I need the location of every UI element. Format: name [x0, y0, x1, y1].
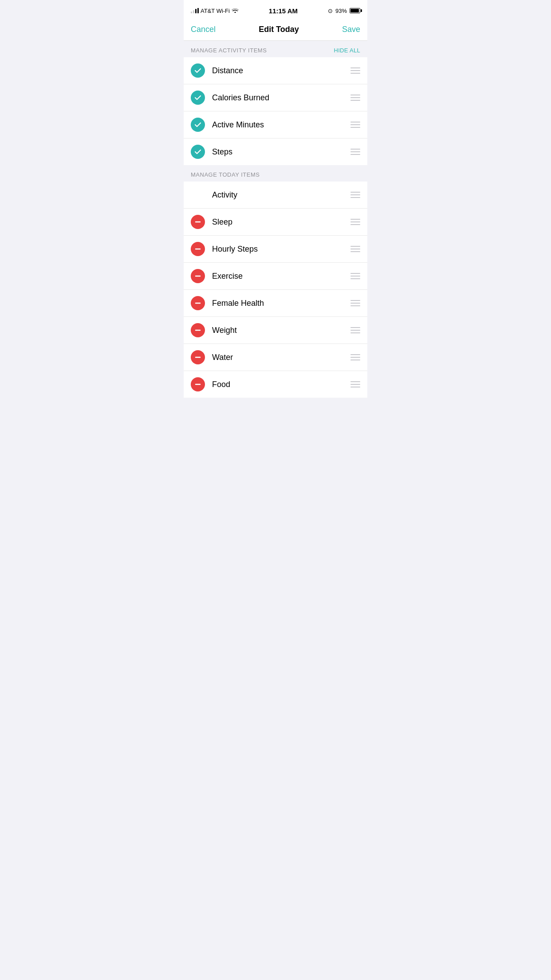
battery-percent: 93%: [335, 8, 347, 14]
drag-line: [350, 330, 360, 331]
activity-item-steps: Steps: [184, 138, 367, 165]
drag-handle-food[interactable]: [350, 381, 360, 387]
battery-fill: [350, 9, 359, 12]
drag-line: [350, 273, 360, 274]
activity-section-title: MANAGE ACTIVITY ITEMS: [191, 47, 267, 54]
drag-line: [350, 305, 360, 306]
minus-icon-water[interactable]: [191, 350, 205, 364]
status-left: AT&T Wi-Fi: [191, 7, 239, 14]
status-time: 11:15 AM: [269, 7, 298, 15]
item-label-weight: Weight: [212, 326, 350, 335]
drag-line: [350, 127, 360, 128]
hide-all-button[interactable]: HIDE ALL: [334, 47, 361, 54]
check-icon-distance[interactable]: [191, 63, 205, 78]
drag-line: [350, 67, 360, 68]
drag-line: [350, 381, 360, 382]
carrier-label: AT&T Wi-Fi: [201, 8, 230, 14]
drag-line: [350, 192, 360, 193]
item-label-exercise: Exercise: [212, 272, 350, 281]
activity-list: Distance Calories Burned Active Minutes: [184, 57, 367, 165]
drag-line: [350, 151, 360, 152]
item-label-female-health: Female Health: [212, 299, 350, 308]
minus-icon-exercise[interactable]: [191, 269, 205, 283]
drag-line: [350, 73, 360, 74]
drag-handle-today-activity[interactable]: [350, 192, 360, 198]
drag-line: [350, 303, 360, 304]
drag-line: [350, 384, 360, 385]
drag-handle-sleep[interactable]: [350, 219, 360, 225]
drag-line: [350, 387, 360, 387]
activity-item-active-minutes: Active Minutes: [184, 111, 367, 138]
drag-line: [350, 357, 360, 358]
check-icon-active-minutes[interactable]: [191, 118, 205, 132]
minus-icon-sleep[interactable]: [191, 215, 205, 229]
drag-line: [350, 100, 360, 101]
drag-handle-hourly-steps[interactable]: [350, 246, 360, 252]
minus-icon-female-health[interactable]: [191, 296, 205, 310]
today-item-hourly-steps: Hourly Steps: [184, 236, 367, 263]
today-item-weight: Weight: [184, 317, 367, 344]
screen-lock-icon: ⊙: [328, 8, 333, 14]
drag-line: [350, 221, 360, 222]
drag-line: [350, 249, 360, 249]
status-bar: AT&T Wi-Fi 11:15 AM ⊙ 93%: [184, 0, 367, 20]
drag-line: [350, 122, 360, 122]
item-label-distance: Distance: [212, 66, 350, 75]
drag-handle-calories[interactable]: [350, 95, 360, 101]
battery-icon: [350, 8, 360, 13]
drag-line: [350, 70, 360, 71]
today-item-food: Food: [184, 371, 367, 398]
item-label-hourly-steps: Hourly Steps: [212, 245, 350, 254]
item-label-calories: Calories Burned: [212, 93, 350, 103]
item-label-activity: Activity: [212, 190, 350, 200]
drag-line: [350, 300, 360, 301]
drag-line: [350, 154, 360, 155]
drag-handle-distance[interactable]: [350, 67, 360, 74]
check-icon-calories[interactable]: [191, 91, 205, 105]
drag-line: [350, 251, 360, 252]
today-section-header: MANAGE TODAY ITEMS: [184, 165, 367, 182]
drag-line: [350, 219, 360, 220]
signal-bars: [191, 8, 199, 13]
drag-handle-active-minutes[interactable]: [350, 122, 360, 128]
drag-handle-water[interactable]: [350, 354, 360, 360]
today-list: Activity Sleep Hourly Steps: [184, 182, 367, 398]
drag-handle-steps[interactable]: [350, 149, 360, 155]
today-item-activity: Activity: [184, 182, 367, 209]
drag-line: [350, 327, 360, 328]
wifi-icon: [232, 7, 239, 14]
check-icon-steps[interactable]: [191, 145, 205, 159]
drag-line: [350, 360, 360, 360]
signal-bar-1: [191, 12, 192, 13]
activity-item-distance: Distance: [184, 57, 367, 84]
save-button[interactable]: Save: [342, 25, 360, 34]
no-icon-activity: [191, 188, 205, 202]
minus-icon-weight[interactable]: [191, 323, 205, 337]
drag-line: [350, 276, 360, 277]
drag-line: [350, 278, 360, 279]
drag-handle-weight[interactable]: [350, 327, 360, 333]
signal-bar-2: [193, 10, 194, 13]
drag-line: [350, 224, 360, 225]
today-item-female-health: Female Health: [184, 290, 367, 317]
drag-handle-female-health[interactable]: [350, 300, 360, 306]
signal-bar-3: [195, 9, 197, 13]
minus-icon-hourly-steps[interactable]: [191, 242, 205, 256]
drag-line: [350, 124, 360, 125]
cancel-button[interactable]: Cancel: [191, 25, 216, 34]
activity-item-calories: Calories Burned: [184, 84, 367, 111]
drag-line: [350, 354, 360, 355]
drag-line: [350, 194, 360, 195]
nav-bar: Cancel Edit Today Save: [184, 20, 367, 41]
item-label-active-minutes: Active Minutes: [212, 120, 350, 130]
drag-line: [350, 197, 360, 198]
item-label-food: Food: [212, 380, 350, 389]
today-item-sleep: Sleep: [184, 209, 367, 236]
drag-line: [350, 332, 360, 333]
item-label-sleep: Sleep: [212, 217, 350, 227]
minus-icon-food[interactable]: [191, 377, 205, 391]
item-label-steps: Steps: [212, 147, 350, 157]
battery-container: [350, 8, 360, 13]
drag-handle-exercise[interactable]: [350, 273, 360, 279]
drag-line: [350, 246, 360, 247]
